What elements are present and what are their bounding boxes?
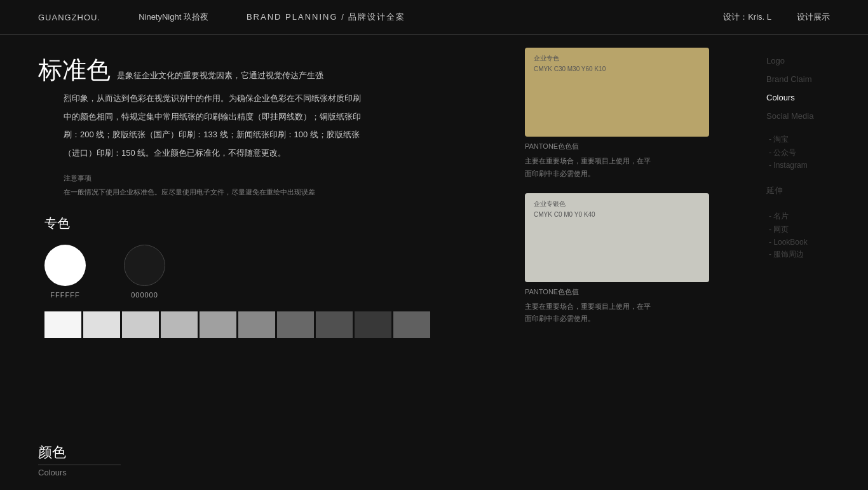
- special-color-section: 专色 FFFFFF 000000: [44, 215, 487, 338]
- nav-sub-lookbook[interactable]: - LookBook: [766, 236, 868, 248]
- nav-extend-title: 延伸: [766, 185, 868, 196]
- silver-swatch: 企业专银色 CMYK C0 M0 Y0 K40: [525, 193, 709, 282]
- swatch-3: [122, 311, 159, 338]
- nav-sub-instagram[interactable]: - Instagram: [766, 160, 868, 171]
- section-title-big: 标准色: [38, 54, 111, 86]
- header: GUANGZHOU. NinetyNight 玖拾夜 BRAND PLANNIN…: [0, 0, 868, 35]
- nav-extend-sub: - 名片 - 网页 - LookBook - 服饰周边: [766, 210, 868, 261]
- nav-item-brand-claim[interactable]: Brand Claim: [766, 72, 868, 86]
- header-showcase: 设计展示: [797, 11, 830, 23]
- color-card-silver: 企业专银色 CMYK C0 M0 Y0 K40 PANTONE色色值 主要在重要…: [525, 193, 709, 326]
- grayscale-swatches: [44, 311, 487, 338]
- gold-pantone-desc: 主要在重要场合，重要项目上使用，在平面印刷中非必需使用。: [525, 155, 709, 180]
- white-hex: FFFFFF: [50, 291, 79, 299]
- gold-swatch: 企业专色 CMYK C30 M30 Y60 K10: [525, 48, 709, 137]
- swatch-1: [44, 311, 81, 338]
- swatch-6: [238, 311, 275, 338]
- nav-sub-apparel[interactable]: - 服饰周边: [766, 248, 868, 261]
- swatch-5: [200, 311, 236, 338]
- color-circles: FFFFFF 000000: [44, 245, 487, 299]
- nav-social-sub: - 淘宝 - 公众号 - Instagram: [766, 133, 868, 171]
- white-circle: [44, 245, 86, 286]
- nav-sub-wechat[interactable]: - 公众号: [766, 146, 868, 160]
- swatch-9: [355, 311, 391, 338]
- notice-text: 在一般情况下使用企业标准色。应尽量使用电子文件，尽量避免在重绘中出现误差: [64, 186, 330, 199]
- nav-item-social-media[interactable]: Social Media: [766, 109, 868, 123]
- silver-pantone-label: PANTONE色色值: [525, 287, 709, 297]
- left-panel: 标准色 是象征企业文化的重要视觉因素，它通过视觉传达产生强 烈印象，从而达到色彩…: [0, 35, 525, 490]
- swatch-10: [393, 311, 430, 338]
- silver-label: 企业专银色: [534, 200, 566, 208]
- nav-sub-webpage[interactable]: - 网页: [766, 223, 868, 236]
- silver-cmyk: CMYK C0 M0 Y0 K40: [534, 211, 595, 218]
- main-content: 标准色 是象征企业文化的重要视觉因素，它通过视觉传达产生强 烈印象，从而达到色彩…: [0, 35, 868, 490]
- swatch-8: [316, 311, 353, 338]
- section-title-row: 标准色 是象征企业文化的重要视觉因素，它通过视觉传达产生强: [38, 54, 487, 86]
- nav-sidebar: Logo Brand Claim Colours Social Media - …: [766, 35, 868, 490]
- swatch-4: [161, 311, 198, 338]
- gold-cmyk: CMYK C30 M30 Y60 K10: [534, 65, 606, 72]
- color-circle-white: FFFFFF: [44, 245, 86, 299]
- page-footer: 颜色 Colours: [38, 443, 121, 477]
- header-brand: NinetyNight 玖拾夜: [139, 11, 208, 23]
- swatch-2: [83, 311, 120, 338]
- nav-item-logo[interactable]: Logo: [766, 54, 868, 67]
- header-left: GUANGZHOU. NinetyNight 玖拾夜 BRAND PLANNIN…: [38, 11, 405, 23]
- silver-pantone-desc: 主要在重要场合，重要项目上使用，在平面印刷中非必需使用。: [525, 301, 709, 326]
- black-circle: [124, 245, 165, 286]
- gold-pantone-label: PANTONE色色值: [525, 142, 709, 151]
- nav-sub-namecard[interactable]: - 名片: [766, 210, 868, 223]
- color-card-gold: 企业专色 CMYK C30 M30 Y60 K10 PANTONE色色值 主要在…: [525, 48, 709, 180]
- nav-item-colours[interactable]: Colours: [766, 91, 868, 104]
- section-description: 烈印象，从而达到色彩在视觉识别中的作用。为确保企业色彩在不同纸张材质印刷中的颜色…: [64, 90, 369, 162]
- header-planning: BRAND PLANNING / 品牌设计全案: [247, 11, 405, 23]
- swatch-7: [277, 311, 314, 338]
- right-color-panel: 企业专色 CMYK C30 M30 Y60 K10 PANTONE色色值 主要在…: [525, 35, 766, 490]
- footer-cn: 颜色: [38, 443, 121, 462]
- footer-en: Colours: [38, 465, 121, 477]
- special-title: 专色: [44, 215, 487, 232]
- header-right: 设计：Kris. L 设计展示: [723, 11, 830, 23]
- header-city: GUANGZHOU.: [38, 13, 100, 22]
- header-designer: 设计：Kris. L: [723, 11, 771, 23]
- nav-sub-taobao[interactable]: - 淘宝: [766, 133, 868, 146]
- black-hex: 000000: [131, 291, 158, 299]
- section-title-desc-inline: 是象征企业文化的重要视觉因素，它通过视觉传达产生强: [117, 67, 323, 84]
- color-circle-black: 000000: [124, 245, 165, 299]
- notice-title: 注意事项: [64, 174, 487, 183]
- gold-label: 企业专色: [534, 54, 559, 63]
